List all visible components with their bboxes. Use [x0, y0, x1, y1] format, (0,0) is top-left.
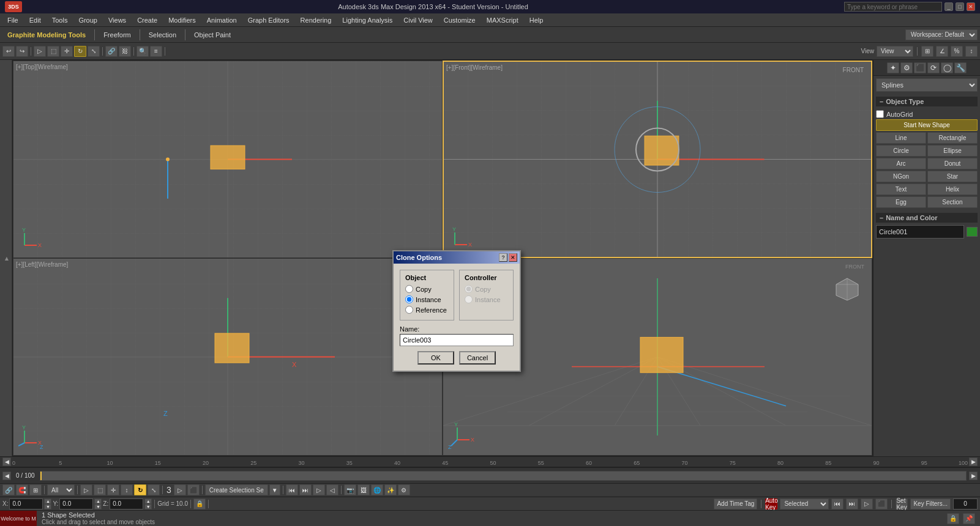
- toolbar-graphite[interactable]: Graphite Modeling Tools: [2, 30, 91, 40]
- timeline-right-arrow[interactable]: ▶: [969, 472, 978, 480]
- timeline-track[interactable]: [40, 471, 967, 481]
- coord-y-up[interactable]: ▲: [94, 498, 102, 504]
- bt-move-icon[interactable]: ↕: [121, 484, 133, 495]
- create-selection-dropdown[interactable]: ▼: [269, 484, 280, 495]
- clone-options-dialog[interactable]: Clone Options ? ✕ Object: [392, 250, 521, 372]
- dialog-ok-button[interactable]: OK: [417, 351, 454, 365]
- btn-egg[interactable]: Egg: [876, 196, 926, 208]
- bt-next-key-icon[interactable]: ⏭: [299, 484, 312, 495]
- next-frame-button[interactable]: ⏭: [846, 498, 858, 509]
- scale-button[interactable]: ⤡: [88, 46, 100, 57]
- bt-scale-icon[interactable]: ⤡: [148, 484, 160, 495]
- bt-window-cross-icon[interactable]: ✛: [107, 484, 119, 495]
- splines-dropdown[interactable]: Splines: [876, 78, 978, 92]
- bt-play-back-icon[interactable]: ◁: [326, 484, 339, 495]
- btn-rectangle[interactable]: Rectangle: [927, 132, 978, 144]
- utilities-tab-icon[interactable]: 🔧: [954, 62, 967, 73]
- bt-stop-icon[interactable]: ⬛: [187, 484, 200, 495]
- bt-select-icon[interactable]: ▷: [80, 484, 92, 495]
- zoom-button[interactable]: 🔍: [137, 46, 149, 57]
- viewport-left[interactable]: [+][Left][Wireframe] LEFT Z X X: [13, 258, 443, 456]
- layer-button[interactable]: ≡: [150, 46, 162, 57]
- menu-group[interactable]: Group: [73, 15, 102, 25]
- bt-rotate-icon[interactable]: ↻: [134, 484, 146, 495]
- coord-z-down[interactable]: ▼: [144, 504, 152, 509]
- close-button[interactable]: ✕: [967, 2, 975, 11]
- move-button[interactable]: ✛: [61, 46, 73, 57]
- dialog-help-button[interactable]: ?: [499, 253, 507, 262]
- menu-maxscript[interactable]: MAXScript: [482, 15, 523, 25]
- bt-prev-key-icon[interactable]: ⏮: [286, 484, 298, 495]
- bt-cam-icon[interactable]: 📷: [344, 484, 356, 495]
- modify-tab-icon[interactable]: ⚙: [900, 62, 913, 73]
- play-button[interactable]: ▷: [861, 498, 873, 509]
- viewport-front[interactable]: [+][Front][Wireframe] FRONT: [443, 61, 872, 258]
- redo-button[interactable]: ↪: [16, 46, 28, 57]
- menu-civil[interactable]: Civil View: [398, 15, 437, 25]
- minimize-button[interactable]: _: [944, 2, 953, 11]
- btn-section[interactable]: Section: [927, 196, 978, 208]
- clone-ctrl-instance-radio[interactable]: [465, 295, 473, 303]
- unlink-button[interactable]: ⛓: [119, 46, 131, 57]
- btn-star[interactable]: Star: [927, 171, 978, 182]
- coord-x-input[interactable]: [9, 498, 43, 509]
- snap-button[interactable]: ⊞: [921, 46, 933, 57]
- menu-lighting[interactable]: Lighting Analysis: [337, 15, 397, 25]
- object-name-input[interactable]: [876, 225, 964, 239]
- bt-render-setup-icon[interactable]: ⚙: [398, 484, 410, 495]
- clone-copy-radio[interactable]: [405, 285, 413, 293]
- create-tab-icon[interactable]: ✦: [887, 62, 899, 73]
- bt-magnet-icon[interactable]: 🧲: [16, 484, 28, 495]
- start-new-shape-button[interactable]: Start New Shape: [876, 119, 978, 131]
- menu-rendering[interactable]: Rendering: [296, 15, 337, 25]
- bt-select-region-icon[interactable]: ⬚: [94, 484, 106, 495]
- clone-ctrl-copy-radio[interactable]: [465, 285, 473, 293]
- coord-y-input[interactable]: [59, 498, 93, 509]
- hierarchy-tab-icon[interactable]: ⬛: [914, 62, 926, 73]
- btn-arc[interactable]: Arc: [876, 158, 926, 169]
- set-key-button[interactable]: Set Key: [896, 498, 908, 509]
- timeline-left-arrow[interactable]: ◀: [2, 472, 11, 480]
- workspace-dropdown[interactable]: Workspace: Default: [905, 29, 978, 40]
- clone-reference-radio[interactable]: [405, 306, 413, 314]
- menu-tools[interactable]: Tools: [47, 15, 73, 25]
- menu-edit[interactable]: Edit: [24, 15, 46, 25]
- motion-tab-icon[interactable]: ⟳: [927, 62, 940, 73]
- frame-input[interactable]: [953, 498, 978, 509]
- lock-selection-button[interactable]: 🔒: [947, 513, 959, 524]
- coord-z-up[interactable]: ▲: [144, 498, 152, 504]
- bt-filter-icon[interactable]: ⊞: [29, 484, 42, 495]
- bt-play-icon[interactable]: ▷: [174, 484, 186, 495]
- search-input[interactable]: [844, 2, 942, 12]
- filter-dropdown[interactable]: All: [47, 484, 75, 495]
- bt-link-icon[interactable]: 🔗: [2, 484, 15, 495]
- btn-circle[interactable]: Circle: [876, 145, 926, 157]
- color-swatch[interactable]: [967, 227, 978, 237]
- auto-key-button[interactable]: Auto Key: [765, 498, 777, 509]
- spinner-snap-button[interactable]: ↕: [965, 46, 978, 57]
- coord-system-dropdown[interactable]: View: [877, 46, 913, 57]
- btn-donut[interactable]: Donut: [927, 158, 978, 169]
- menu-modifiers[interactable]: Modifiers: [163, 15, 201, 25]
- bt-effects-icon[interactable]: ✨: [384, 484, 397, 495]
- menu-customize[interactable]: Customize: [439, 15, 481, 25]
- select-button[interactable]: ▷: [34, 46, 46, 57]
- selected-dropdown[interactable]: Selected: [780, 498, 829, 509]
- add-time-tag-button[interactable]: Add Time Tag: [714, 498, 757, 509]
- menu-create[interactable]: Create: [132, 15, 162, 25]
- viewport-top[interactable]: [+][Top][Wireframe]: [13, 61, 443, 258]
- ruler-left-arrow[interactable]: ◀: [2, 457, 11, 466]
- autogrid-checkbox[interactable]: [876, 110, 884, 118]
- btn-line[interactable]: Line: [876, 132, 926, 144]
- rotate-button[interactable]: ↻: [74, 46, 86, 57]
- bt-render-icon[interactable]: 🖼: [357, 484, 370, 495]
- prev-frame-button[interactable]: ⏮: [831, 498, 843, 509]
- angle-snap-button[interactable]: ∠: [936, 46, 948, 57]
- link-button[interactable]: 🔗: [105, 46, 118, 57]
- coords-lock-button[interactable]: 📌: [963, 513, 975, 524]
- toolbar-freeform[interactable]: Freeform: [99, 30, 136, 40]
- coord-y-down[interactable]: ▼: [94, 504, 102, 509]
- menu-graph-editors[interactable]: Graph Editors: [243, 15, 294, 25]
- undo-button[interactable]: ↩: [2, 46, 15, 57]
- dialog-cancel-button[interactable]: Cancel: [459, 351, 496, 365]
